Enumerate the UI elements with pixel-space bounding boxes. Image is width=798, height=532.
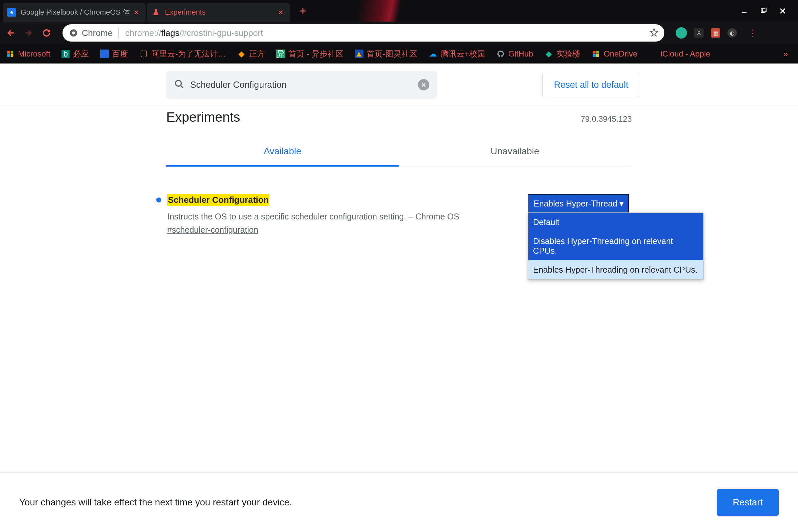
tencent-cloud-icon: ☁	[429, 50, 437, 58]
browser-tab-active[interactable]: Experiments	[147, 3, 290, 22]
svg-rect-7	[11, 54, 13, 57]
close-window-icon[interactable]	[778, 6, 787, 16]
search-input-value: Scheduler Configuration	[190, 80, 418, 90]
flag-row: Scheduler Configuration Instructs the OS…	[0, 167, 798, 235]
apple-icon	[649, 50, 657, 58]
bookmark-item[interactable]: iCloud - Apple	[649, 49, 710, 58]
bookmark-item[interactable]: Microsoft	[6, 49, 50, 58]
extension-icon[interactable]: ◐	[727, 28, 737, 38]
favicon-icon: e	[7, 8, 16, 17]
reload-button[interactable]	[40, 26, 53, 40]
onedrive-icon	[591, 50, 600, 58]
decorative-streak	[359, 0, 425, 22]
flag-option[interactable]: Default	[528, 213, 703, 232]
close-icon[interactable]	[277, 8, 285, 16]
svg-point-3	[72, 31, 75, 34]
search-icon	[174, 79, 184, 91]
flags-search-input[interactable]: Scheduler Configuration	[166, 71, 437, 99]
close-icon[interactable]	[132, 8, 140, 16]
flag-select-dropdown: Default Disables Hyper-Threading on rele…	[528, 212, 704, 280]
maximize-icon[interactable]	[759, 6, 768, 16]
extension-area: X ▦ ◐ ⋮	[676, 27, 761, 39]
svg-rect-4	[7, 51, 10, 54]
flag-anchor-link[interactable]: #scheduler-configuration	[167, 225, 258, 235]
profile-avatar[interactable]	[676, 27, 687, 39]
reset-all-button[interactable]: Reset all to default	[542, 73, 640, 97]
ituring-icon: ▲	[355, 50, 363, 58]
address-bar[interactable]: Chrome chrome://flags/#crostini-gpu-supp…	[62, 24, 664, 41]
flag-select[interactable]: Enables Hyper-Thread ▾	[528, 194, 629, 213]
bookmark-item[interactable]: 异首页 - 异步社区	[276, 49, 343, 59]
svg-rect-5	[11, 51, 13, 54]
bookmark-item[interactable]: ◆实验楼	[544, 49, 580, 59]
svg-point-12	[175, 80, 182, 87]
restart-button[interactable]: Restart	[717, 489, 779, 516]
bookmark-item[interactable]: 🐾百度	[100, 49, 128, 59]
svg-rect-9	[596, 51, 599, 54]
bookmarks-overflow[interactable]: »	[783, 49, 792, 59]
bookmark-item[interactable]: b必应	[61, 49, 89, 59]
flag-select-value: Enables Hyper-Thread ▾	[534, 199, 624, 208]
svg-rect-10	[593, 54, 595, 57]
omnibox-chip: Chrome	[82, 28, 119, 38]
baidu-icon: 🐾	[100, 50, 109, 58]
svg-rect-8	[593, 51, 595, 54]
minimize-icon[interactable]	[740, 6, 749, 16]
back-button[interactable]	[5, 26, 18, 40]
new-tab-button[interactable]	[296, 4, 310, 18]
microsoft-icon	[6, 50, 15, 58]
tab-strip: e Google Pixelbook / ChromeOS 体 Experime…	[0, 0, 798, 22]
browser-tab[interactable]: e Google Pixelbook / ChromeOS 体	[3, 3, 146, 22]
chrome-icon	[69, 28, 78, 38]
extension-icon[interactable]: X	[694, 28, 704, 38]
flag-title: Scheduler Configuration	[167, 194, 269, 206]
restart-footer: Your changes will take effect the next t…	[0, 472, 798, 532]
tab-available[interactable]: Available	[166, 138, 399, 167]
aliyun-icon: 〔〕	[139, 50, 148, 58]
svg-rect-6	[7, 54, 10, 57]
clear-search-icon[interactable]	[418, 79, 429, 91]
omnibox-url: chrome://flags/#crostini-gpu-support	[125, 28, 263, 38]
bookmark-item[interactable]: GitHub	[496, 49, 533, 58]
toolbar: Chrome chrome://flags/#crostini-gpu-supp…	[0, 22, 798, 44]
shiyanlou-icon: ◆	[544, 50, 553, 58]
flag-option[interactable]: Disables Hyper-Threading on relevant CPU…	[528, 232, 703, 260]
github-icon	[496, 50, 505, 58]
epubit-icon: 异	[276, 50, 285, 58]
flag-tabs: Available Unavailable	[166, 138, 631, 167]
bookmark-item[interactable]: OneDrive	[591, 49, 637, 58]
bing-icon: b	[61, 50, 70, 58]
footer-text: Your changes will take effect the next t…	[19, 497, 292, 508]
tab-title: Google Pixelbook / ChromeOS 体	[21, 7, 132, 17]
window-controls	[740, 6, 795, 16]
bookmark-star-icon[interactable]	[650, 28, 658, 38]
tab-unavailable[interactable]: Unavailable	[399, 138, 631, 167]
modified-indicator-icon	[156, 197, 161, 203]
flag-option-selected[interactable]: Enables Hyper-Threading on relevant CPUs…	[528, 260, 703, 279]
bookmark-item[interactable]: 〔〕阿里云-为了无法计…	[139, 49, 226, 59]
bookmark-item[interactable]: ☁腾讯云+校园	[429, 49, 485, 59]
flask-icon	[152, 8, 160, 17]
tab-title: Experiments	[165, 8, 277, 17]
page-title: Experiments	[166, 110, 240, 125]
menu-button[interactable]: ⋮	[744, 27, 761, 39]
flag-description: Instructs the OS to use a specific sched…	[167, 210, 500, 223]
bookmarks-bar: Microsoft b必应 🐾百度 〔〕阿里云-为了无法计… ◆正方 异首页 -…	[0, 44, 798, 63]
zhengfang-icon: ◆	[237, 50, 246, 58]
bookmark-item[interactable]: ◆正方	[237, 49, 265, 59]
chrome-version: 79.0.3945.123	[581, 114, 632, 124]
svg-rect-11	[596, 54, 599, 57]
forward-button[interactable]	[21, 26, 35, 40]
page-content: Scheduler Configuration Reset all to def…	[0, 63, 798, 532]
bookmark-item[interactable]: ▲首页-图灵社区	[355, 49, 417, 59]
extension-icon[interactable]: ▦	[711, 28, 720, 38]
